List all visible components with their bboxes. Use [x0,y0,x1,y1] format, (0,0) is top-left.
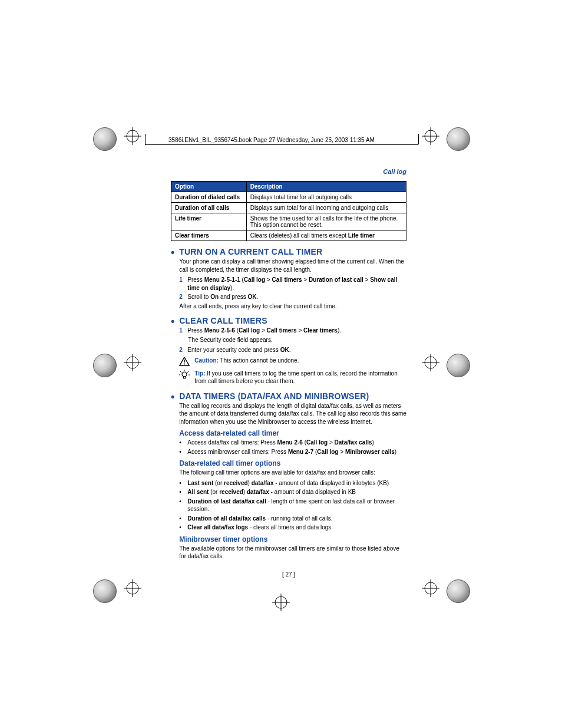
crosshair-icon [422,354,439,371]
source-file-header: 3586i.ENv1_BIL_9356745.book Page 27 Wedn… [168,137,375,143]
crosshair-icon [124,579,141,597]
list-item: •Duration of all data/fax calls - runnin… [179,515,406,523]
section-intro: Your phone can display a call timer show… [179,258,406,274]
step: 1Press Menu 2-5-6 (Call log > Call timer… [179,327,406,335]
registration-mark-icon [447,579,470,603]
registration-mark-icon [93,579,117,603]
svg-point-23 [182,372,187,377]
section-data-timers: DATA TIMERS (DATA/FAX AND MINIBROWSER) [179,391,406,401]
table-header-option: Option [171,182,247,192]
table-row: Life timer Shows the time used for all c… [171,213,406,230]
page-content: Call log Option Description Duration of … [171,168,406,578]
list-item: •Access data/fax call timers: Press Menu… [179,439,406,447]
caution-icon [179,357,191,367]
table-header-description: Description [246,182,406,192]
subsection-access-timer: Access data-related call timer [179,429,406,437]
table-row: Duration of dialed calls Displays total … [171,192,406,203]
list-item: •Last sent (or received) data/fax - amou… [179,479,406,487]
crosshair-icon [124,127,141,145]
crosshair-icon [422,127,439,145]
header-rule-right [418,134,419,144]
step: 1Press Menu 2-5-1-1 (Call log > Call tim… [179,276,406,292]
after-note: After a call ends, press any key to clea… [179,302,406,311]
section-clear-timers: CLEAR CALL TIMERS [179,316,406,325]
list-item: •Access minibrowser call timers: Press M… [179,448,406,456]
step-followup: The Security code field appears. [188,336,406,344]
svg-rect-24 [184,377,186,378]
registration-mark-icon [93,354,117,377]
bullet-icon: • [171,391,174,402]
registration-mark-icon [447,127,470,151]
table-row: Clear timers Clears (deletes) all call t… [171,230,406,241]
section-turn-on-timer: TURN ON A CURRENT CALL TIMER [179,247,406,256]
subsection-intro: The following call timer options are ava… [179,469,406,477]
svg-point-22 [184,363,185,364]
bullet-icon: • [171,316,174,327]
table-row: Duration of all calls Displays sum total… [171,203,406,213]
bullet-icon: • [171,247,174,258]
tip-icon [179,370,191,381]
options-table: Option Description Duration of dialed ca… [171,181,406,241]
crosshair-icon [272,594,290,611]
step: 2Scroll to On and press OK. [179,293,406,301]
step: 2Enter your security code and press OK. [179,346,406,354]
tip-note: Tip: If you use call timers to log the t… [179,370,406,386]
crosshair-icon [124,354,141,371]
caution-note: Caution: This action cannot be undone. [179,357,406,367]
header-rule-left [145,134,146,144]
list-item: •Clear all data/fax logs - clears all ti… [179,523,406,532]
svg-line-26 [180,371,181,373]
list-item: •All sent (or received) data/fax - amoun… [179,488,406,496]
header-rule [145,144,418,145]
subsection-text: The available options for the minibrowse… [179,545,406,561]
list-item: •Duration of last data/fax call - length… [179,498,406,513]
registration-mark-icon [93,127,117,151]
subsection-timer-options: Data-related call timer options [179,459,406,467]
breadcrumb: Call log [171,168,406,175]
svg-line-27 [187,371,189,373]
registration-mark-icon [447,354,470,377]
page-number: [ 27 ] [171,571,406,578]
subsection-minibrowser: Minibrowser timer options [179,535,406,543]
section-intro: The call log records and displays the le… [179,402,406,426]
crosshair-icon [422,579,439,597]
